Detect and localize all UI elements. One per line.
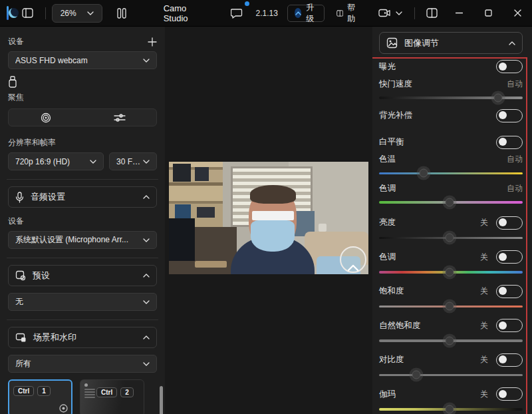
minimize-button[interactable] bbox=[444, 0, 473, 27]
vibrance-toggle[interactable] bbox=[496, 319, 523, 332]
vibrance-slider-knob[interactable] bbox=[445, 336, 454, 345]
section-divider bbox=[7, 179, 158, 180]
help-book-icon bbox=[336, 9, 343, 18]
audio-device-label: 设备 bbox=[8, 216, 157, 227]
audio-section-header[interactable]: 音频设置 bbox=[8, 186, 157, 208]
hue-slider[interactable] bbox=[379, 271, 523, 274]
panel-right-icon bbox=[426, 8, 438, 18]
resolution-section-label: 分辨率和帧率 bbox=[8, 137, 157, 148]
vibrance-slider[interactable] bbox=[379, 339, 523, 342]
close-button[interactable] bbox=[503, 0, 532, 27]
color-temp-auto-value: 自动 bbox=[507, 154, 523, 165]
presets-section-header[interactable]: 预设 bbox=[8, 265, 157, 286]
scene-dot-icon bbox=[84, 383, 88, 387]
gamma-state: 关 bbox=[480, 389, 488, 400]
scenes-watermark-icon bbox=[15, 333, 27, 343]
shutter-slider[interactable] bbox=[379, 97, 523, 99]
chevron-down-icon bbox=[87, 11, 94, 15]
webcam-badge-icon bbox=[59, 404, 68, 413]
camera-mode-dropdown[interactable] bbox=[373, 3, 408, 23]
audio-device-select[interactable]: 系统默认设置 (Microphone Arr... bbox=[8, 231, 157, 249]
saturation-toggle[interactable] bbox=[496, 285, 523, 298]
chevron-down-icon bbox=[143, 160, 150, 164]
exposure-toggle[interactable] bbox=[496, 60, 523, 73]
toggle-left-sidebar-button[interactable] bbox=[17, 3, 39, 23]
wb-tint-slider-knob[interactable] bbox=[445, 198, 454, 206]
brightness-label: 亮度 bbox=[379, 217, 480, 228]
pause-icon bbox=[117, 8, 126, 19]
focus-auto-button[interactable] bbox=[9, 109, 82, 126]
device-select-value: ASUS FHD webcam bbox=[15, 56, 88, 65]
contrast-slider-knob[interactable] bbox=[412, 371, 421, 379]
presets-section-title: 预设 bbox=[33, 270, 50, 282]
scene-thumbnail-2[interactable]: Ctrl2 bbox=[80, 379, 144, 414]
gamma-label: 伽玛 bbox=[379, 389, 480, 400]
saturation-slider[interactable] bbox=[379, 306, 523, 308]
shortcut-num: 1 bbox=[37, 386, 51, 396]
device-select[interactable]: ASUS FHD webcam bbox=[8, 51, 157, 69]
shortcut-num: 2 bbox=[120, 387, 134, 397]
hue-label: 色调 bbox=[379, 252, 480, 263]
maximize-button[interactable] bbox=[473, 0, 503, 27]
brightness-slider-knob[interactable] bbox=[445, 234, 454, 242]
toggle-right-sidebar-button[interactable] bbox=[421, 3, 443, 23]
notifications-button[interactable] bbox=[225, 3, 248, 23]
vibrance-label: 自然饱和度 bbox=[379, 320, 480, 331]
wb-tint-slider[interactable] bbox=[379, 201, 523, 204]
focus-manual-button[interactable] bbox=[82, 109, 156, 126]
backlight-toggle[interactable] bbox=[496, 109, 523, 122]
white-balance-toggle[interactable] bbox=[496, 136, 523, 149]
gamma-slider[interactable] bbox=[379, 408, 523, 411]
preview-wall-socket bbox=[319, 224, 327, 232]
saturation-slider-knob[interactable] bbox=[445, 302, 454, 311]
video-camera-icon bbox=[378, 9, 390, 17]
section-divider bbox=[7, 258, 158, 258]
preview-keyboard bbox=[195, 261, 227, 268]
chevron-down-icon bbox=[90, 160, 96, 164]
pause-preview-button[interactable] bbox=[112, 3, 132, 23]
minimize-icon bbox=[456, 9, 463, 17]
preview-shelf-item bbox=[175, 204, 191, 219]
chevron-down-icon bbox=[396, 11, 402, 15]
color-temp-label: 色温 bbox=[379, 154, 507, 165]
scene-thumbnail-1[interactable]: Ctrl1 bbox=[8, 379, 72, 414]
chevron-down-icon bbox=[143, 238, 150, 242]
exposure-label: 曝光 bbox=[379, 61, 496, 73]
help-button[interactable]: 帮助 bbox=[331, 3, 364, 23]
presets-select[interactable]: 无 bbox=[8, 293, 157, 311]
chevron-up-icon bbox=[143, 274, 150, 278]
upgrade-arrow-icon bbox=[295, 8, 301, 18]
chevron-down-icon bbox=[143, 300, 150, 304]
shutter-slider-knob[interactable] bbox=[494, 93, 503, 102]
fps-select[interactable]: 30 FPS bbox=[109, 152, 157, 170]
upgrade-button[interactable]: 升级 bbox=[287, 5, 325, 22]
image-adjust-header[interactable]: 图像调节 bbox=[379, 32, 523, 54]
hue-state: 关 bbox=[480, 252, 488, 263]
hue-slider-knob[interactable] bbox=[445, 268, 454, 276]
preview-person-hair bbox=[250, 185, 296, 203]
preview-expand-button[interactable] bbox=[340, 246, 366, 273]
brightness-slider[interactable] bbox=[379, 237, 523, 240]
scenes-section-header[interactable]: 场景和水印 bbox=[8, 327, 157, 348]
resolution-select[interactable]: 720p 16:9 (HD) bbox=[8, 152, 104, 170]
scenes-section-title: 场景和水印 bbox=[33, 331, 76, 343]
gamma-toggle[interactable] bbox=[496, 387, 523, 401]
scene-thumbnails: Ctrl1 Ctrl2 Ctrl3 Ctrl4 Jake Appleseed bbox=[8, 379, 157, 414]
hue-toggle[interactable] bbox=[496, 250, 523, 264]
preview-shelf-item bbox=[197, 207, 215, 218]
contrast-toggle[interactable] bbox=[496, 353, 523, 367]
color-temp-slider-knob[interactable] bbox=[419, 169, 428, 178]
panel-left-icon bbox=[22, 8, 33, 18]
contrast-slider[interactable] bbox=[379, 374, 523, 377]
brightness-toggle[interactable] bbox=[496, 216, 523, 230]
add-device-button[interactable] bbox=[148, 37, 157, 47]
shortcut-key: Ctrl bbox=[13, 386, 34, 396]
zoom-level-dropdown[interactable]: 26% bbox=[52, 4, 102, 23]
gamma-slider-knob[interactable] bbox=[445, 405, 454, 413]
scene-text-lines bbox=[84, 389, 95, 399]
scenes-filter-select[interactable]: 所有 bbox=[8, 355, 157, 373]
thumbnails-scrollbar[interactable] bbox=[160, 386, 163, 414]
color-temp-slider[interactable] bbox=[379, 172, 523, 175]
wb-tint-label: 色调 bbox=[379, 183, 507, 194]
contrast-state: 关 bbox=[480, 354, 488, 365]
